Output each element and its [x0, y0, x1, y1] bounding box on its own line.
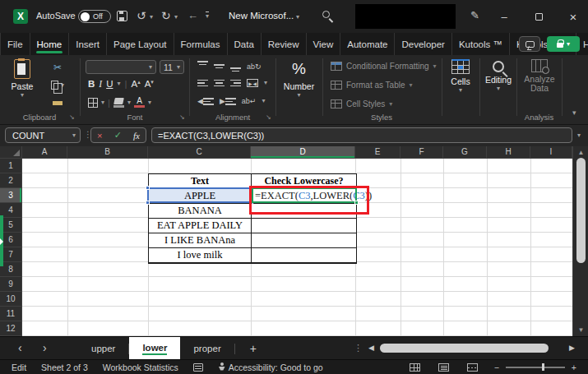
page-layout-view-icon[interactable]	[438, 363, 449, 372]
add-sheet-button[interactable]: +	[235, 337, 271, 360]
minimize-button[interactable]: –	[492, 7, 516, 26]
sheet-tab-proper[interactable]: proper	[180, 337, 234, 360]
back-arrow-icon[interactable]: ←	[188, 10, 198, 21]
select-all-corner[interactable]	[0, 146, 22, 159]
formula-input[interactable]: =EXACT(C3,LOWER(C3))	[151, 127, 572, 143]
tab-kutools[interactable]: Kutools ™	[452, 33, 510, 55]
merge-center-button[interactable]: ▶◀	[247, 79, 258, 87]
orientation-button[interactable]: ab↻	[247, 62, 262, 71]
borders-button[interactable]	[88, 98, 98, 108]
tab-formulas[interactable]: Formulas	[174, 33, 228, 55]
share-button[interactable]: ▾	[547, 36, 580, 52]
hscroll-left-icon[interactable]: ◀	[368, 344, 374, 352]
column-header-i[interactable]: I	[530, 146, 572, 159]
sheet-tab-options-icon[interactable]: ⋮	[354, 342, 363, 353]
align-middle-button[interactable]	[214, 61, 225, 72]
column-header-a[interactable]: A	[22, 146, 67, 159]
tab-file[interactable]: File	[0, 33, 30, 55]
align-top-button[interactable]	[197, 61, 208, 72]
column-header-c[interactable]: C	[148, 146, 251, 159]
font-color-chevron-icon[interactable]: ▾	[148, 99, 151, 106]
row-header-2[interactable]: 2	[0, 173, 22, 188]
sheet-cells[interactable]: Text Check Lowercase? APPLE =EXACT(C3,LO…	[22, 159, 572, 336]
italic-button[interactable]: I	[99, 79, 102, 89]
cell-d5[interactable]	[252, 219, 356, 233]
cell-c6[interactable]: I LIKE BANAna	[149, 233, 252, 248]
title-chevron-icon[interactable]: ▾	[296, 14, 299, 21]
row-header-1[interactable]: 1	[0, 159, 22, 173]
row-header-11[interactable]: 11	[0, 307, 22, 321]
shrink-font-button[interactable]: A▾	[145, 79, 154, 89]
horizontal-scroll-thumb[interactable]	[380, 344, 549, 353]
column-header-b[interactable]: B	[67, 146, 148, 159]
tab-page-layout[interactable]: Page Layout	[107, 33, 174, 55]
row-header-8[interactable]: 8	[0, 262, 22, 277]
clipboard-dialog-launcher[interactable]: ↘	[69, 113, 75, 121]
row-header-5[interactable]: 5	[0, 218, 22, 233]
save-icon[interactable]	[117, 11, 127, 21]
undo-chevron-icon[interactable]: ▾	[150, 14, 153, 21]
copy-button[interactable]: ▾	[41, 77, 74, 93]
column-header-e[interactable]: E	[355, 146, 400, 159]
search-icon[interactable]	[322, 11, 330, 18]
cell-d6[interactable]	[252, 233, 356, 248]
tab-review[interactable]: Review	[262, 33, 307, 55]
tab-developer[interactable]: Developer	[395, 33, 451, 55]
cell-c5[interactable]: EAT APPLE DAILY	[149, 219, 252, 233]
row-header-3[interactable]: 3	[0, 188, 22, 203]
accessibility-status[interactable]: Accessibility: Good to go	[229, 362, 323, 372]
collapse-ribbon-icon[interactable]: ▾	[572, 109, 576, 116]
grow-font-button[interactable]: A▴	[131, 79, 140, 89]
font-name-combo[interactable]: ▾	[86, 60, 156, 74]
font-color-button[interactable]: A	[134, 97, 145, 108]
maximize-button[interactable]	[526, 7, 551, 26]
column-header-g[interactable]: G	[443, 146, 487, 159]
column-header-h[interactable]: H	[487, 146, 530, 159]
autosave-toggle[interactable]: Off	[78, 10, 111, 23]
align-center-button[interactable]	[214, 80, 225, 87]
enter-icon[interactable]: ✓	[114, 130, 122, 141]
sheet-tab-lower[interactable]: lower	[129, 337, 180, 360]
page-break-view-icon[interactable]	[467, 363, 478, 372]
underline-button[interactable]: U	[106, 79, 113, 89]
decrease-indent-button[interactable]: ◀	[197, 97, 214, 105]
redo-chevron-icon[interactable]: ▾	[174, 14, 178, 21]
undo-icon[interactable]: ↺	[137, 10, 146, 21]
redo-icon[interactable]: ↻	[161, 10, 171, 21]
paste-button[interactable]: Paste ▾	[7, 59, 38, 99]
tab-insert[interactable]: Insert	[69, 33, 107, 55]
editing-button[interactable]: Editing ▾	[481, 59, 516, 92]
analyze-data-button[interactable]: AnalyzeData	[518, 59, 561, 93]
expand-formula-bar-icon[interactable]: ▾	[577, 132, 581, 139]
workbook-statistics-button[interactable]: Workbook Statistics	[103, 362, 178, 372]
wrap-text-button[interactable]: ab↵	[242, 97, 257, 105]
fill-color-button[interactable]	[113, 98, 124, 108]
insert-function-icon[interactable]: fx	[133, 131, 140, 141]
name-box[interactable]: COUNT ▾	[5, 127, 81, 143]
tab-automate[interactable]: Automate	[340, 33, 395, 55]
bold-button[interactable]: B	[88, 79, 95, 89]
font-dialog-launcher[interactable]: ↘	[179, 113, 185, 121]
increase-indent-button[interactable]: ▶	[220, 97, 236, 105]
zoom-slider[interactable]	[506, 367, 565, 368]
horizontal-scrollbar[interactable]	[378, 344, 566, 353]
comments-button[interactable]	[519, 36, 540, 52]
align-right-button[interactable]	[230, 80, 241, 87]
format-as-table-button[interactable]: Format as Table▾	[331, 81, 413, 90]
alignment-dialog-launcher[interactable]: ↘	[266, 113, 271, 121]
conditional-formatting-button[interactable]: Conditional Formatting▾	[331, 62, 437, 71]
row-header-10[interactable]: 10	[0, 292, 22, 307]
workbook-statistics-icon[interactable]	[193, 363, 203, 372]
borders-chevron-icon[interactable]: ▾	[101, 99, 104, 106]
align-left-button[interactable]	[197, 80, 208, 87]
scroll-up-icon[interactable]: ▲	[573, 149, 588, 156]
row-header-12[interactable]: 12	[0, 321, 22, 336]
hscroll-right-icon[interactable]: ▶	[569, 344, 575, 352]
normal-view-icon[interactable]	[410, 363, 420, 372]
row-header-4[interactable]: 4	[0, 203, 22, 218]
column-header-f[interactable]: F	[400, 146, 443, 159]
underline-chevron-icon[interactable]: ▾	[117, 81, 120, 87]
align-bottom-button[interactable]	[230, 61, 241, 72]
number-format-button[interactable]: % Number ▾	[277, 59, 321, 99]
sheet-nav-right-icon[interactable]: ›	[43, 342, 47, 353]
